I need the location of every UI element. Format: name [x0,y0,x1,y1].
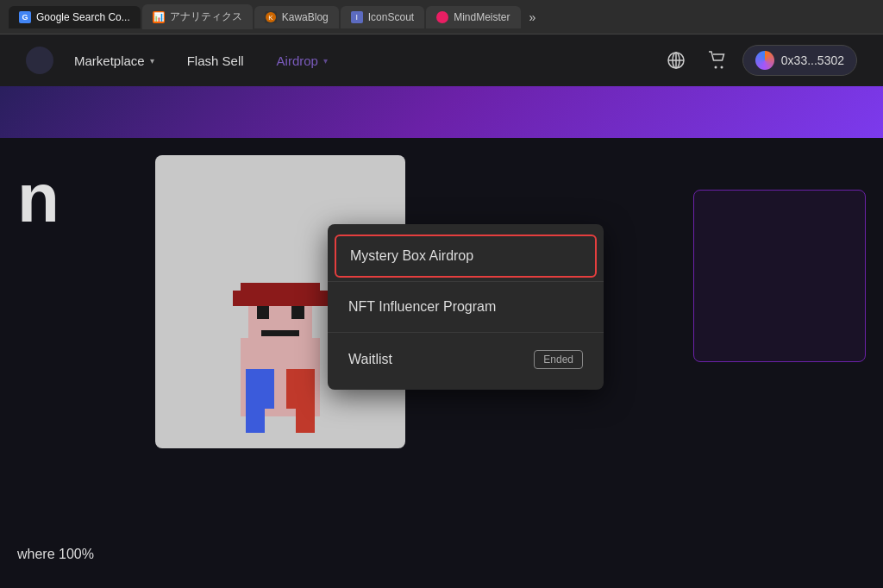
tab-label-kawa: KawaBlog [282,11,329,23]
svg-rect-15 [261,330,299,336]
svg-point-6 [714,66,717,69]
cart-button[interactable] [701,44,734,77]
tab-label-iconscout: IconScout [368,11,414,23]
svg-text:K: K [268,14,273,22]
nav-airdrop[interactable]: Airdrop ▾ [265,47,340,75]
svg-rect-16 [225,314,244,327]
main-content: n where 100% [0,138,883,588]
dropdown-waitlist-label: Waitlist [348,352,392,367]
wallet-avatar [755,51,774,70]
browser-chrome: G Google Search Co... 📊 アナリティクス K KawaBl… [0,0,883,34]
site-logo[interactable] [26,47,53,74]
svg-rect-23 [296,401,315,433]
dropdown-item-waitlist[interactable]: Waitlist Ended [328,336,604,383]
waitlist-ended-badge: Ended [534,350,583,369]
dropdown-nft-label: NFT Influencer Program [348,299,496,315]
dropdown-item-mystery[interactable]: Mystery Box Airdrop [335,235,597,278]
dropdown-menu: Mystery Box Airdrop NFT Influencer Progr… [328,224,604,390]
globe-button[interactable] [660,44,692,77]
tab-label-mindmeister: MindMeister [454,11,510,23]
hero-banner [0,86,883,138]
svg-rect-13 [257,306,270,319]
tab-favicon-iconscout: I [351,11,363,23]
svg-point-7 [720,66,723,69]
svg-rect-22 [246,401,265,433]
airdrop-chevron-icon: ▾ [323,56,328,66]
svg-rect-14 [291,306,304,319]
big-letter: n [17,164,59,233]
globe-icon [667,51,686,70]
navbar: Marketplace ▾ Flash Sell Airdrop ▾ 0x33.… [0,34,883,86]
nav-marketplace[interactable]: Marketplace ▾ [62,47,166,75]
tab-kawa[interactable]: K KawaBlog [254,6,339,28]
nav-flash-sell[interactable]: Flash Sell [175,47,256,75]
tab-label-analytics: アナリティクス [170,9,242,24]
dropdown-divider-2 [328,332,604,333]
wallet-button[interactable]: 0x33...5302 [742,45,857,76]
tab-mindmeister[interactable]: MindMeister [426,6,520,28]
svg-rect-12 [312,291,328,306]
more-tabs-button[interactable]: » [523,10,543,24]
nav-flash-sell-label: Flash Sell [187,53,244,68]
wallet-address: 0x33...5302 [781,53,844,67]
marketplace-chevron-icon: ▾ [150,56,154,66]
tab-favicon-analytics: 📊 [153,11,165,23]
svg-rect-10 [241,283,320,307]
nav-marketplace-label: Marketplace [74,53,145,68]
svg-rect-11 [233,291,248,306]
tab-google[interactable]: G Google Search Co... [9,6,141,28]
right-card [693,190,866,362]
svg-rect-18 [210,346,241,359]
nav-airdrop-label: Airdrop [277,53,318,68]
dropdown-mystery-label: Mystery Box Airdrop [350,248,473,264]
tab-analytics[interactable]: 📊 アナリティクス [142,4,253,29]
tab-bar: G Google Search Co... 📊 アナリティクス K KawaBl… [9,4,874,29]
tab-favicon-mindmeister [436,11,448,23]
subtext: where 100% [17,547,94,562]
dropdown-divider [328,281,604,282]
tab-favicon-kawa: K [265,11,277,23]
airdrop-dropdown: Mystery Box Airdrop NFT Influencer Progr… [328,224,604,390]
tab-favicon-google: G [19,11,31,23]
cart-icon [708,51,727,70]
tab-label-google: Google Search Co... [36,11,130,23]
dropdown-item-nft[interactable]: NFT Influencer Program [328,285,604,328]
tab-iconscout[interactable]: I IconScout [341,6,424,28]
